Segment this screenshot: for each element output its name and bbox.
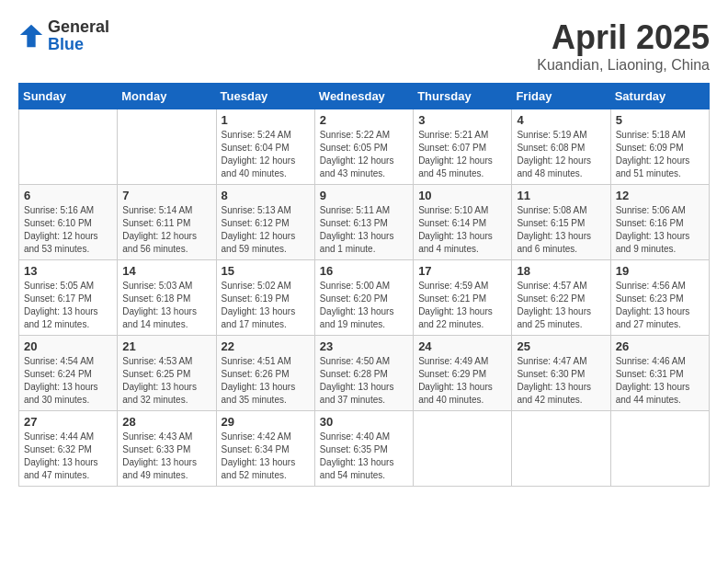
day-number: 3 <box>418 113 506 127</box>
calendar-day-cell: 17Sunrise: 4:59 AMSunset: 6:21 PMDayligh… <box>414 260 512 336</box>
calendar-day-cell: 6Sunrise: 5:16 AMSunset: 6:10 PMDaylight… <box>19 185 118 260</box>
page-header: General Blue April 2025 Kuandian, Liaoni… <box>18 18 710 74</box>
calendar-day-cell <box>512 411 610 487</box>
month-title: April 2025 <box>537 18 710 57</box>
day-info: Sunrise: 4:53 AMSunset: 6:25 PMDaylight:… <box>122 355 210 407</box>
day-number: 7 <box>122 189 210 202</box>
day-info: Sunrise: 4:59 AMSunset: 6:21 PMDaylight:… <box>418 280 506 331</box>
day-number: 1 <box>222 113 310 127</box>
calendar-day-cell: 10Sunrise: 5:10 AMSunset: 6:14 PMDayligh… <box>414 185 512 260</box>
calendar-day-cell: 14Sunrise: 5:03 AMSunset: 6:18 PMDayligh… <box>118 260 216 336</box>
calendar-day-cell <box>19 109 118 185</box>
calendar-day-cell: 24Sunrise: 4:49 AMSunset: 6:29 PMDayligh… <box>414 336 512 411</box>
weekday-header-cell: Friday <box>512 84 610 109</box>
day-info: Sunrise: 5:16 AMSunset: 6:10 PMDaylight:… <box>24 204 112 256</box>
logo-text-blue: Blue <box>48 35 84 53</box>
day-info: Sunrise: 5:08 AMSunset: 6:15 PMDaylight:… <box>517 204 605 256</box>
calendar-week-row: 6Sunrise: 5:16 AMSunset: 6:10 PMDaylight… <box>19 185 710 260</box>
day-number: 24 <box>418 339 506 353</box>
day-info: Sunrise: 5:06 AMSunset: 6:16 PMDaylight:… <box>616 204 704 256</box>
day-info: Sunrise: 5:21 AMSunset: 6:07 PMDaylight:… <box>418 129 506 180</box>
day-number: 13 <box>24 264 112 278</box>
calendar-day-cell: 20Sunrise: 4:54 AMSunset: 6:24 PMDayligh… <box>19 336 118 411</box>
calendar-table: SundayMondayTuesdayWednesdayThursdayFrid… <box>18 83 710 487</box>
day-number: 14 <box>122 264 210 278</box>
day-number: 8 <box>222 189 310 202</box>
calendar-day-cell: 4Sunrise: 5:19 AMSunset: 6:08 PMDaylight… <box>512 109 610 185</box>
calendar-day-cell: 11Sunrise: 5:08 AMSunset: 6:15 PMDayligh… <box>512 185 610 260</box>
calendar-day-cell: 27Sunrise: 4:44 AMSunset: 6:32 PMDayligh… <box>19 411 118 487</box>
calendar-day-cell: 26Sunrise: 4:46 AMSunset: 6:31 PMDayligh… <box>610 336 709 411</box>
location-title: Kuandian, Liaoning, China <box>537 57 710 74</box>
day-info: Sunrise: 4:42 AMSunset: 6:34 PMDaylight:… <box>222 431 310 482</box>
calendar-week-row: 1Sunrise: 5:24 AMSunset: 6:04 PMDaylight… <box>19 109 710 185</box>
svg-marker-0 <box>20 25 42 47</box>
calendar-day-cell: 8Sunrise: 5:13 AMSunset: 6:12 PMDaylight… <box>216 185 314 260</box>
calendar-day-cell: 19Sunrise: 4:56 AMSunset: 6:23 PMDayligh… <box>610 260 709 336</box>
logo-text-general: General <box>48 17 109 36</box>
logo-icon <box>18 23 44 49</box>
day-number: 9 <box>320 189 408 202</box>
day-info: Sunrise: 5:02 AMSunset: 6:19 PMDaylight:… <box>222 280 310 331</box>
calendar-day-cell: 16Sunrise: 5:00 AMSunset: 6:20 PMDayligh… <box>314 260 413 336</box>
day-number: 17 <box>418 264 506 278</box>
day-info: Sunrise: 4:46 AMSunset: 6:31 PMDaylight:… <box>616 355 704 407</box>
calendar-day-cell: 28Sunrise: 4:43 AMSunset: 6:33 PMDayligh… <box>118 411 216 487</box>
calendar-body: 1Sunrise: 5:24 AMSunset: 6:04 PMDaylight… <box>19 109 710 487</box>
weekday-header-row: SundayMondayTuesdayWednesdayThursdayFrid… <box>19 84 710 109</box>
day-number: 2 <box>320 113 408 127</box>
day-info: Sunrise: 4:49 AMSunset: 6:29 PMDaylight:… <box>418 355 506 407</box>
day-info: Sunrise: 5:13 AMSunset: 6:12 PMDaylight:… <box>222 204 310 256</box>
day-number: 25 <box>517 339 605 353</box>
day-info: Sunrise: 4:51 AMSunset: 6:26 PMDaylight:… <box>222 355 310 407</box>
calendar-day-cell: 5Sunrise: 5:18 AMSunset: 6:09 PMDaylight… <box>610 109 709 185</box>
calendar-week-row: 20Sunrise: 4:54 AMSunset: 6:24 PMDayligh… <box>19 336 710 411</box>
calendar-day-cell: 12Sunrise: 5:06 AMSunset: 6:16 PMDayligh… <box>610 185 709 260</box>
title-area: April 2025 Kuandian, Liaoning, China <box>537 18 710 74</box>
day-info: Sunrise: 4:43 AMSunset: 6:33 PMDaylight:… <box>122 431 210 482</box>
day-number: 23 <box>320 339 408 353</box>
day-info: Sunrise: 4:57 AMSunset: 6:22 PMDaylight:… <box>517 280 605 331</box>
weekday-header-cell: Tuesday <box>216 84 314 109</box>
day-info: Sunrise: 5:00 AMSunset: 6:20 PMDaylight:… <box>320 280 408 331</box>
day-info: Sunrise: 5:05 AMSunset: 6:17 PMDaylight:… <box>24 280 112 331</box>
day-number: 4 <box>517 113 605 127</box>
day-info: Sunrise: 5:19 AMSunset: 6:08 PMDaylight:… <box>517 129 605 180</box>
day-number: 5 <box>616 113 704 127</box>
calendar-day-cell: 9Sunrise: 5:11 AMSunset: 6:13 PMDaylight… <box>314 185 413 260</box>
weekday-header-cell: Sunday <box>19 84 118 109</box>
calendar-day-cell <box>610 411 709 487</box>
day-number: 22 <box>222 339 310 353</box>
day-info: Sunrise: 4:47 AMSunset: 6:30 PMDaylight:… <box>517 355 605 407</box>
day-info: Sunrise: 4:40 AMSunset: 6:35 PMDaylight:… <box>320 431 408 482</box>
day-number: 26 <box>616 339 704 353</box>
day-number: 28 <box>122 415 210 429</box>
calendar-week-row: 27Sunrise: 4:44 AMSunset: 6:32 PMDayligh… <box>19 411 710 487</box>
day-info: Sunrise: 4:44 AMSunset: 6:32 PMDaylight:… <box>24 431 112 482</box>
calendar-day-cell: 3Sunrise: 5:21 AMSunset: 6:07 PMDaylight… <box>414 109 512 185</box>
calendar-day-cell: 22Sunrise: 4:51 AMSunset: 6:26 PMDayligh… <box>216 336 314 411</box>
day-number: 10 <box>418 189 506 202</box>
calendar-day-cell: 30Sunrise: 4:40 AMSunset: 6:35 PMDayligh… <box>314 411 413 487</box>
day-number: 11 <box>517 189 605 202</box>
calendar-day-cell: 29Sunrise: 4:42 AMSunset: 6:34 PMDayligh… <box>216 411 314 487</box>
day-number: 21 <box>122 339 210 353</box>
calendar-day-cell <box>414 411 512 487</box>
calendar-day-cell: 13Sunrise: 5:05 AMSunset: 6:17 PMDayligh… <box>19 260 118 336</box>
day-info: Sunrise: 5:24 AMSunset: 6:04 PMDaylight:… <box>222 129 310 180</box>
calendar-day-cell: 2Sunrise: 5:22 AMSunset: 6:05 PMDaylight… <box>314 109 413 185</box>
logo: General Blue <box>18 18 109 53</box>
day-info: Sunrise: 4:56 AMSunset: 6:23 PMDaylight:… <box>616 280 704 331</box>
calendar-day-cell: 7Sunrise: 5:14 AMSunset: 6:11 PMDaylight… <box>118 185 216 260</box>
day-info: Sunrise: 5:10 AMSunset: 6:14 PMDaylight:… <box>418 204 506 256</box>
day-info: Sunrise: 5:18 AMSunset: 6:09 PMDaylight:… <box>616 129 704 180</box>
day-info: Sunrise: 5:14 AMSunset: 6:11 PMDaylight:… <box>122 204 210 256</box>
day-info: Sunrise: 5:03 AMSunset: 6:18 PMDaylight:… <box>122 280 210 331</box>
calendar-day-cell: 1Sunrise: 5:24 AMSunset: 6:04 PMDaylight… <box>216 109 314 185</box>
calendar-day-cell: 21Sunrise: 4:53 AMSunset: 6:25 PMDayligh… <box>118 336 216 411</box>
day-number: 6 <box>24 189 112 202</box>
day-number: 30 <box>320 415 408 429</box>
weekday-header-cell: Wednesday <box>314 84 413 109</box>
day-info: Sunrise: 4:50 AMSunset: 6:28 PMDaylight:… <box>320 355 408 407</box>
weekday-header-cell: Thursday <box>414 84 512 109</box>
